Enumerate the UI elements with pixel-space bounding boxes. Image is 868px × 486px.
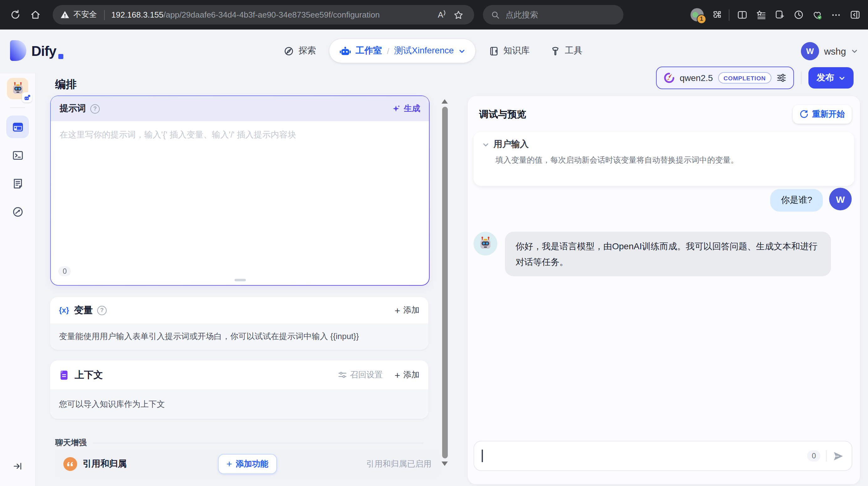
model-settings-sliders-icon <box>776 73 786 83</box>
vertical-scrollbar[interactable] <box>440 95 449 486</box>
scrollbar-up-arrow[interactable] <box>441 99 448 104</box>
current-app-icon[interactable] <box>7 78 28 99</box>
extensions-button[interactable] <box>707 5 725 25</box>
dify-logo[interactable]: Dify <box>10 40 63 61</box>
url-path: /app/29daafe6-34d4-4b3f-ae90-34e8735ee59… <box>163 10 380 20</box>
recall-settings-label: 召回设置 <box>350 369 382 380</box>
nav-studio-label: 工作室 <box>355 45 382 57</box>
context-title: 上下文 <box>74 369 103 381</box>
chat-message-user: 你是谁? W <box>770 188 852 211</box>
chat-input[interactable]: 0 <box>473 441 852 471</box>
restart-button[interactable]: 重新开始 <box>793 105 852 124</box>
variables-title: 变量 <box>74 304 93 316</box>
favorite-star-button[interactable] <box>450 5 467 25</box>
recall-settings-button[interactable]: 召回设置 <box>338 369 382 380</box>
toolbar-divider <box>729 9 730 21</box>
star-icon <box>454 10 463 20</box>
browser-essentials-button[interactable] <box>808 5 827 25</box>
expand-sidebar-icon <box>12 461 23 471</box>
rail-divider <box>10 107 25 108</box>
browser-reload-button[interactable] <box>5 5 25 25</box>
rail-monitoring[interactable] <box>6 200 29 223</box>
rail-api-access[interactable] <box>6 144 29 166</box>
nav-tools[interactable]: 工具 <box>543 40 589 61</box>
app-type-badge <box>22 92 32 102</box>
sidebar-toggle-button[interactable] <box>845 5 864 25</box>
text-caret <box>482 450 483 462</box>
chevron-down-icon[interactable] <box>482 141 489 148</box>
prompt-char-count: 0 <box>58 266 71 276</box>
sparkle-icon <box>392 104 401 113</box>
recall-sliders-icon <box>338 370 347 379</box>
user-avatar: W <box>801 42 819 60</box>
nav-tools-label: 工具 <box>565 45 582 57</box>
logo-underscore-icon <box>58 54 63 59</box>
add-tab-button[interactable] <box>770 5 789 25</box>
resize-handle[interactable] <box>234 279 246 281</box>
history-clock-icon <box>793 9 804 20</box>
section-divider <box>93 443 423 443</box>
scrollbar-thumb[interactable] <box>442 107 447 458</box>
help-icon[interactable]: ? <box>97 306 106 315</box>
address-bar[interactable]: 不安全 192.168.3.155/app/29daafe6-34d4-4b3f… <box>53 5 474 25</box>
split-screen-icon <box>737 9 747 20</box>
collections-button[interactable] <box>751 5 770 25</box>
add-feature-label: 添加功能 <box>236 458 269 469</box>
nav-knowledge-label: 知识库 <box>503 45 530 57</box>
chat-enhance-section: 聊天增强 <box>55 438 423 448</box>
add-context-button[interactable]: + 添加 <box>395 369 420 380</box>
gauge-icon <box>11 206 24 218</box>
robot-icon <box>339 45 351 57</box>
prompt-panel: 提示词 ? 生成 在这里写你的提示词，输入'{' 插入变量、输入'/' 插入提示… <box>50 95 430 286</box>
scrollbar-down-arrow[interactable] <box>441 461 448 466</box>
url-host: 192.168.3.155 <box>111 10 163 20</box>
model-selector[interactable]: qwen2.5 COMPLETION <box>656 66 794 89</box>
add-variable-button[interactable]: + 添加 <box>395 305 420 316</box>
context-document-icon <box>59 370 70 380</box>
address-divider <box>104 10 104 20</box>
add-context-label: 添加 <box>403 369 420 380</box>
browser-search-box[interactable]: 点此搜索 <box>483 5 623 25</box>
help-icon[interactable]: ? <box>90 104 100 113</box>
book-icon <box>488 46 499 56</box>
reload-icon <box>10 9 20 20</box>
chat-char-count: 0 <box>807 450 820 461</box>
citation-feature-card: 引用和归属 + 添加功能 引用和归属已启用 <box>55 450 440 478</box>
prompt-editor[interactable]: 在这里写你的提示词，输入'{' 插入变量、输入'/' 插入提示内容块 0 <box>51 121 429 284</box>
rail-orchestrate[interactable] <box>6 116 29 138</box>
plus-icon: + <box>226 459 232 468</box>
user-message-bubble: 你是谁? <box>770 189 823 211</box>
generate-label: 生成 <box>404 103 420 114</box>
browser-home-button[interactable] <box>25 5 45 25</box>
generate-button[interactable]: 生成 <box>392 103 420 114</box>
dify-logo-mark-icon <box>10 40 26 61</box>
add-feature-button[interactable]: + 添加功能 <box>218 454 277 474</box>
search-icon <box>491 10 500 19</box>
breadcrumb-separator: / <box>387 46 389 56</box>
add-square-icon <box>774 9 785 20</box>
rail-logs[interactable] <box>6 172 29 195</box>
read-aloud-button[interactable]: A <box>434 5 450 25</box>
split-screen-button[interactable] <box>733 5 751 25</box>
search-placeholder: 点此搜索 <box>505 9 538 21</box>
context-panel: 上下文 召回设置 + 添加 您可以导入知识库作为上下文 <box>50 361 428 419</box>
sidebar-panel-icon <box>849 9 860 20</box>
browser-profile-button[interactable]: 1 <box>687 5 707 25</box>
user-input-card[interactable]: 用户输入 填入变量的值，每次启动新会话时该变量将自动替换提示词中的变量。 <box>473 132 854 186</box>
publish-button[interactable]: 发布 <box>808 67 854 89</box>
account-menu[interactable]: W wshg <box>801 42 858 60</box>
citation-status-text: 引用和归属已启用 <box>366 458 432 469</box>
current-app-name: 测试Xinference <box>394 45 454 57</box>
chat-message-assistant: 你好，我是语言模型，由OpenAI训练而成。我可以回答问题、生成文本和进行对话等… <box>473 232 831 276</box>
chevron-down-icon <box>851 48 858 55</box>
browser-menu-button[interactable] <box>827 5 845 25</box>
variables-panel: {x} 变量 ? + 添加 变量能使用用户输入表单引入提示词或开场白，你可以试试… <box>50 297 428 350</box>
quote-icon <box>63 457 77 470</box>
send-icon[interactable] <box>832 450 844 462</box>
nav-knowledge[interactable]: 知识库 <box>482 40 536 61</box>
history-button[interactable] <box>789 5 808 25</box>
rail-collapse-button[interactable] <box>6 455 29 477</box>
nav-studio-pill[interactable]: 工作室 / 测试Xinference <box>329 39 475 63</box>
nav-explore[interactable]: 探索 <box>277 40 323 61</box>
user-input-title: 用户输入 <box>494 139 529 150</box>
